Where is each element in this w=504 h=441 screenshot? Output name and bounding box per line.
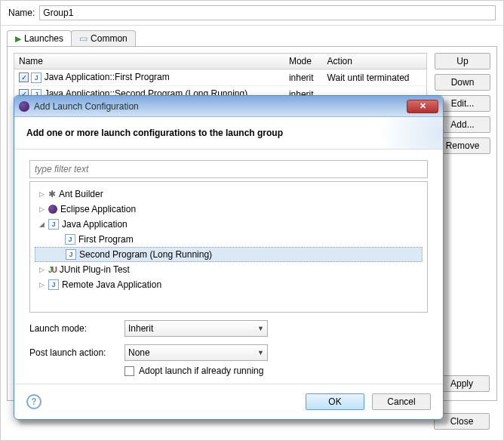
expand-icon[interactable]: ▷ <box>38 281 45 288</box>
dialog-footer: ? OK Cancel <box>14 384 443 419</box>
filter-input[interactable] <box>29 160 428 178</box>
help-icon[interactable]: ? <box>26 394 41 409</box>
expand-icon[interactable]: ▷ <box>38 205 45 213</box>
row-mode: inherit <box>284 69 323 86</box>
tree-item-eclipse-app[interactable]: ▷ Eclipse Application <box>35 202 423 217</box>
post-action-select[interactable]: None ▼ <box>124 344 268 361</box>
java-icon: J <box>48 219 59 230</box>
junit-icon: JU <box>48 266 57 274</box>
dialog-heading-band: Add one or more launch configurations to… <box>14 117 443 150</box>
launch-mode-select[interactable]: Inherit ▼ <box>124 320 268 337</box>
row-checkbox[interactable] <box>19 72 29 82</box>
config-tree[interactable]: ▷ ✱ Ant Builder ▷ Eclipse Application ◢ … <box>29 181 428 313</box>
name-label: Name: <box>8 8 35 18</box>
chevron-down-icon: ▼ <box>257 325 264 332</box>
adopt-checkbox[interactable] <box>124 366 134 376</box>
launch-mode-value: Inherit <box>128 323 153 334</box>
col-mode[interactable]: Mode <box>284 54 323 69</box>
post-action-row: Post launch action: None ▼ <box>29 344 428 361</box>
tree-label: Java Application <box>62 219 128 230</box>
tree-item-java-app[interactable]: ◢ J Java Application <box>35 217 423 232</box>
tab-launches[interactable]: ▶ Launches <box>7 30 72 46</box>
expand-icon[interactable]: ▷ <box>38 266 45 273</box>
tree-label: First Program <box>78 234 134 245</box>
dialog-title: Add Launch Configuration <box>34 101 402 112</box>
add-launch-dialog: Add Launch Configuration ✕ Add one or mo… <box>14 95 444 420</box>
tree-label: Second Program (Long Running) <box>79 249 212 260</box>
col-action[interactable]: Action <box>323 54 427 69</box>
table-row[interactable]: J Java Application::First Program inheri… <box>14 69 427 86</box>
tab-common[interactable]: ▭ Common <box>71 30 136 46</box>
tree-item-ant[interactable]: ▷ ✱ Ant Builder <box>35 187 423 202</box>
close-icon[interactable]: ✕ <box>407 100 438 113</box>
up-button[interactable]: Up <box>435 53 490 69</box>
launch-mode-label: Launch mode: <box>29 323 118 334</box>
java-icon: J <box>48 279 59 290</box>
post-action-label: Post launch action: <box>29 347 118 358</box>
tree-label: JUnit Plug-in Test <box>60 264 130 275</box>
collapse-icon[interactable]: ◢ <box>38 220 45 228</box>
dialog-titlebar[interactable]: Add Launch Configuration ✕ <box>14 96 443 117</box>
common-icon: ▭ <box>79 33 88 44</box>
dialog-heading: Add one or more launch configurations to… <box>26 128 283 138</box>
dialog-body: ▷ ✱ Ant Builder ▷ Eclipse Application ◢ … <box>14 150 443 384</box>
tree-item-first-program[interactable]: J First Program <box>35 232 423 247</box>
tree-label: Eclipse Application <box>60 204 136 214</box>
eclipse-icon <box>48 205 57 214</box>
ok-button[interactable]: OK <box>306 393 364 410</box>
tree-item-junit[interactable]: ▷ JU JUnit Plug-in Test <box>35 262 423 277</box>
name-row: Name: <box>1 1 503 26</box>
tree-label: Ant Builder <box>59 189 103 199</box>
adopt-label: Adopt launch if already running <box>139 365 263 376</box>
table-header-row: Name Mode Action <box>14 54 427 69</box>
tree-item-remote-java[interactable]: ▷ J Remote Java Application <box>35 277 423 292</box>
post-action-value: None <box>128 347 150 358</box>
eclipse-icon <box>19 101 29 112</box>
tree-item-second-program[interactable]: J Second Program (Long Running) <box>35 247 423 262</box>
tab-launches-label: Launches <box>24 33 63 44</box>
launches-icon: ▶ <box>15 34 21 44</box>
adopt-row: Adopt launch if already running <box>124 365 428 376</box>
tab-common-label: Common <box>91 33 128 44</box>
row-action: Wait until terminated <box>323 69 427 86</box>
java-icon: J <box>31 72 41 83</box>
tab-bar: ▶ Launches ▭ Common <box>1 26 503 46</box>
chevron-down-icon: ▼ <box>257 349 264 356</box>
launch-mode-row: Launch mode: Inherit ▼ <box>29 320 428 337</box>
down-button[interactable]: Down <box>435 74 490 91</box>
expand-icon[interactable]: ▷ <box>38 190 45 198</box>
java-icon: J <box>65 234 75 245</box>
name-input[interactable] <box>39 5 496 20</box>
tree-label: Remote Java Application <box>62 279 161 290</box>
java-icon: J <box>66 249 76 260</box>
col-name[interactable]: Name <box>14 54 284 69</box>
ant-icon: ✱ <box>48 189 56 199</box>
cancel-button[interactable]: Cancel <box>372 393 431 410</box>
row-name: Java Application::First Program <box>45 72 170 82</box>
